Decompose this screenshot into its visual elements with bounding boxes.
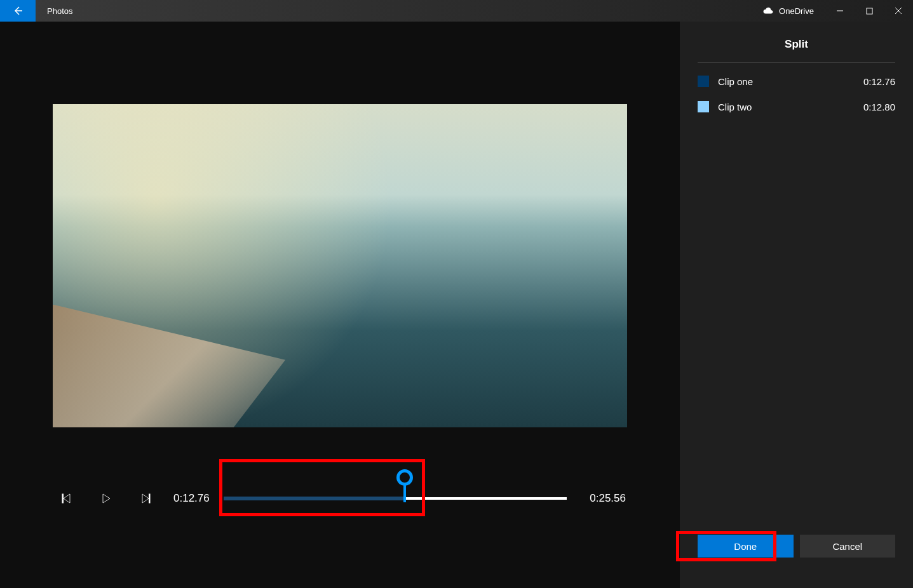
titlebar-right: OneDrive	[751, 0, 913, 22]
playhead-handle-icon	[396, 469, 413, 486]
play-icon	[100, 493, 112, 504]
video-preview[interactable]	[53, 104, 627, 427]
cloud-icon	[762, 7, 774, 15]
onedrive-indicator[interactable]: OneDrive	[751, 6, 825, 16]
total-time: 0:25.56	[590, 492, 626, 505]
sidebar-title: Split	[698, 38, 895, 51]
play-button[interactable]	[98, 491, 114, 506]
sidebar-actions: Done Cancel	[680, 535, 913, 588]
clip-row-two[interactable]: Clip two 0:12.80	[698, 101, 895, 112]
editor-area: 0:12.76 0:25.56	[0, 22, 680, 588]
app-title: Photos	[36, 0, 751, 22]
svg-marker-4	[142, 494, 149, 503]
video-frame	[53, 104, 627, 427]
maximize-icon	[866, 8, 873, 15]
playback-controls: 0:12.76 0:25.56	[54, 479, 626, 518]
clip-row-one[interactable]: Clip one 0:12.76	[698, 76, 895, 87]
playhead-stem	[403, 484, 406, 502]
timeline-progress	[224, 497, 405, 500]
maximize-button[interactable]	[855, 8, 884, 15]
svg-marker-3	[103, 494, 110, 503]
close-button[interactable]	[884, 7, 913, 15]
arrow-left-icon	[12, 5, 24, 17]
clip-label: Clip two	[718, 102, 855, 112]
svg-rect-5	[149, 494, 151, 503]
minimize-button[interactable]	[825, 7, 855, 15]
cancel-button[interactable]: Cancel	[800, 535, 896, 558]
clip-duration: 0:12.76	[863, 76, 895, 87]
step-forward-icon	[140, 493, 151, 504]
done-button[interactable]: Done	[698, 535, 794, 558]
timeline-playhead[interactable]	[396, 469, 413, 501]
clip-list: Clip one 0:12.76 Clip two 0:12.80	[680, 63, 913, 112]
split-sidebar: Split Clip one 0:12.76 Clip two 0:12.80 …	[680, 22, 913, 588]
titlebar: Photos OneDrive	[0, 0, 913, 22]
clip-duration: 0:12.80	[863, 102, 895, 112]
main-layout: 0:12.76 0:25.56 Split Clip one 0:12.76	[0, 22, 913, 588]
step-forward-button[interactable]	[138, 491, 153, 506]
highlight-timeline	[219, 459, 425, 516]
step-back-button[interactable]	[59, 491, 74, 506]
close-icon	[895, 7, 902, 15]
onedrive-label: OneDrive	[779, 6, 814, 16]
clip-color-swatch	[698, 76, 709, 87]
current-time: 0:12.76	[173, 492, 210, 505]
back-button[interactable]	[0, 0, 36, 22]
minimize-icon	[836, 7, 844, 15]
control-buttons	[59, 491, 153, 506]
step-back-icon	[61, 493, 72, 504]
svg-rect-0	[866, 8, 872, 13]
clip-label: Clip one	[718, 76, 855, 87]
svg-marker-1	[64, 494, 70, 503]
sidebar-header: Split	[698, 29, 895, 63]
svg-rect-2	[62, 494, 64, 503]
timeline[interactable]	[224, 479, 567, 518]
clip-color-swatch	[698, 101, 709, 112]
